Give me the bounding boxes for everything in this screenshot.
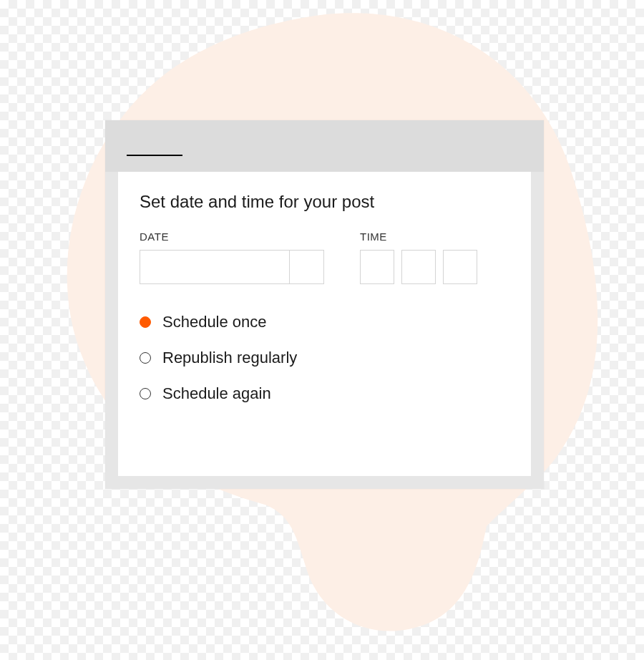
radio-indicator-selected xyxy=(140,316,151,328)
radio-indicator xyxy=(140,352,151,364)
radio-schedule-once[interactable]: Schedule once xyxy=(140,313,509,331)
titlebar-decoration xyxy=(127,155,182,156)
date-picker-button[interactable] xyxy=(290,250,324,284)
radio-label: Schedule once xyxy=(162,313,267,331)
datetime-fields: DATE TIME xyxy=(140,230,509,284)
dialog-content: Set date and time for your post DATE TIM… xyxy=(118,172,531,476)
time-input-2[interactable] xyxy=(401,250,436,284)
radio-label: Schedule again xyxy=(162,384,271,403)
radio-indicator xyxy=(140,388,151,399)
window-titlebar xyxy=(105,120,544,172)
date-label: DATE xyxy=(140,230,324,243)
time-label: TIME xyxy=(360,230,477,243)
schedule-dialog-window: Set date and time for your post DATE TIM… xyxy=(105,120,544,489)
time-input-3[interactable] xyxy=(443,250,477,284)
radio-republish-regularly[interactable]: Republish regularly xyxy=(140,349,509,367)
date-input-row xyxy=(140,250,324,284)
time-field-group: TIME xyxy=(360,230,477,284)
radio-label: Republish regularly xyxy=(162,349,297,367)
radio-schedule-again[interactable]: Schedule again xyxy=(140,384,509,403)
date-field-group: DATE xyxy=(140,230,324,284)
time-input-1[interactable] xyxy=(360,250,394,284)
schedule-options-list: Schedule once Republish regularly Schedu… xyxy=(140,313,509,403)
date-input[interactable] xyxy=(140,250,290,284)
dialog-heading: Set date and time for your post xyxy=(140,192,509,212)
time-input-row xyxy=(360,250,477,284)
